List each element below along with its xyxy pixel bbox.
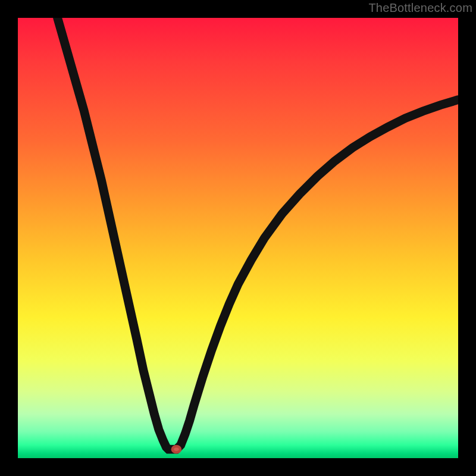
watermark-label: TheBottleneck.com: [368, 1, 472, 15]
curve-svg: [18, 18, 458, 458]
bottleneck-marker: [173, 446, 180, 452]
chart-container: TheBottleneck.com: [0, 0, 476, 476]
bottleneck-curve: [58, 18, 458, 449]
plot-area: [18, 18, 458, 458]
